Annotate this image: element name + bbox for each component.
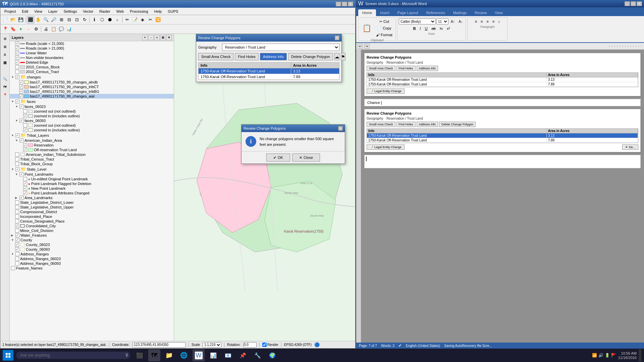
find-holes-button[interactable]: Find Holes: [235, 53, 259, 60]
tab-insert[interactable]: Insert: [376, 9, 393, 16]
panel-2-close-btn[interactable]: ✕ De...: [622, 144, 638, 150]
close-button[interactable]: ✕: [348, 2, 353, 6]
layer-group-state[interactable]: ▼ 📁 State_Level: [10, 166, 174, 172]
layer-item[interactable]: bas17_49901171750_99_changes_tribBG: [10, 89, 174, 94]
layer-checkbox[interactable]: [19, 89, 23, 94]
font-family-select[interactable]: Calibri (Body): [399, 18, 436, 24]
layer-checkbox[interactable]: [19, 85, 23, 89]
layer-item[interactable]: American_Indian_Tribal_Subdivision: [10, 152, 174, 157]
task-view-button[interactable]: ⬛: [133, 349, 146, 361]
expand-icon[interactable]: ▼: [11, 75, 14, 79]
sidebar-btn-1[interactable]: ⊞: [2, 35, 8, 42]
layer-checkbox[interactable]: [23, 143, 27, 147]
layer-item[interactable]: Congressional_District: [10, 209, 174, 214]
layer-checkbox[interactable]: [15, 46, 19, 50]
layer-item[interactable]: Address_Ranges_06023: [10, 256, 174, 261]
layer-item[interactable]: ● Point Landmark Flagged for Deletion: [10, 181, 174, 186]
layer-item-selected[interactable]: bas17_49901171750_99_changes_aial: [10, 94, 174, 99]
layer-item[interactable]: Minor_Civil_Division: [10, 228, 174, 233]
bookmark-btn[interactable]: 🔖: [9, 25, 17, 33]
menu-settings[interactable]: Settings: [61, 9, 79, 14]
edit-btn[interactable]: 📝: [131, 16, 139, 23]
menu-gups[interactable]: GUPS: [165, 9, 181, 14]
layer-group-tribal[interactable]: ▼ 📁 Tribal_Layers: [10, 132, 174, 138]
underline-button[interactable]: U: [423, 25, 429, 32]
menu-raster[interactable]: Raster: [97, 9, 113, 14]
layer-item[interactable]: ▼ American_Indian_Area: [10, 138, 174, 143]
ok-button[interactable]: ✔ OK: [266, 154, 290, 162]
digitize-btn[interactable]: ✏: [123, 16, 131, 23]
menu-help[interactable]: Help: [152, 9, 165, 14]
tab-page-layout[interactable]: Page Layout: [393, 9, 422, 16]
line-spacing-btn[interactable]: ↕: [496, 18, 502, 24]
expand-icon[interactable]: ▼: [11, 238, 14, 242]
copy-button[interactable]: 📄 Copy: [374, 25, 394, 32]
taskbar-app-misc3[interactable]: 📌: [237, 349, 249, 361]
panel-1-small-area-btn[interactable]: Small Area Check: [367, 66, 395, 71]
expand-icon[interactable]: ▶: [11, 234, 14, 237]
atlas-btn[interactable]: 📋: [50, 25, 57, 33]
layer-checkbox[interactable]: [23, 109, 27, 113]
word-cursor-area[interactable]: [364, 155, 641, 168]
new-project-btn[interactable]: 📄: [2, 16, 9, 23]
zoom-layer-btn[interactable]: ⊟: [65, 16, 73, 23]
layer-item[interactable]: zoomed in (includes outline): [10, 128, 174, 132]
layer-group-water[interactable]: ▶ Water_Features: [10, 233, 174, 238]
layer-item[interactable]: zoomed out (not outlined): [10, 123, 174, 128]
layer-checkbox[interactable]: [15, 42, 19, 46]
layer-checkbox[interactable]: [19, 196, 23, 200]
zoom-out-btn[interactable]: 🔎: [50, 16, 57, 23]
layer-checkbox[interactable]: [23, 182, 27, 186]
taskbar-app-misc1[interactable]: 📊: [207, 349, 219, 361]
refresh-btn[interactable]: ↻: [81, 16, 88, 23]
pan-btn[interactable]: ✋: [35, 16, 42, 23]
layer-item[interactable]: bas17_49901171750_99_changes_tribCT: [10, 84, 174, 89]
layer-checkbox[interactable]: [11, 266, 15, 270]
layer-checkbox[interactable]: [15, 162, 19, 166]
identify-btn[interactable]: ⬛: [27, 16, 34, 23]
sidebar-btn-5[interactable]: 🔍: [2, 75, 8, 82]
layer-checkbox[interactable]: [23, 128, 27, 132]
expand-icon[interactable]: ▼: [11, 100, 14, 103]
sidebar-btn-6[interactable]: 🗺: [2, 83, 8, 90]
layer-group-county[interactable]: ▼ County: [10, 238, 174, 242]
layer-item[interactable]: Linear Water: [10, 51, 174, 55]
flag-icon-button[interactable]: ⚑: [341, 53, 345, 60]
delete-btn[interactable]: ✂: [147, 16, 154, 23]
layer-item[interactable]: ▶ Area_Landmarks: [10, 195, 174, 200]
render-checkbox[interactable]: [262, 343, 267, 347]
layer-checkbox[interactable]: [15, 153, 19, 157]
layer-item[interactable]: ▼ Point_Landmarks: [10, 172, 174, 177]
layer-item[interactable]: Deleted Edge: [10, 60, 174, 65]
taskbar-app-misc2[interactable]: 📧: [222, 349, 234, 361]
layer-checkbox[interactable]: [15, 60, 19, 64]
small-area-check-button[interactable]: Small Area Check: [198, 53, 233, 60]
word-maximize-btn[interactable]: □: [631, 1, 636, 6]
panel-2-address-info-btn[interactable]: Address Info: [417, 122, 438, 127]
layer-checkbox[interactable]: [19, 94, 23, 98]
expand-icon[interactable]: ▼: [15, 173, 18, 176]
expand-icon[interactable]: ▶: [15, 196, 18, 199]
layer-item[interactable]: Reservation: [10, 143, 174, 147]
layer-checkbox[interactable]: [23, 191, 27, 195]
split-btn[interactable]: 🔀: [154, 16, 162, 23]
word-document-area[interactable]: Review Change Polygons Geography Reserva…: [361, 50, 644, 343]
layer-item[interactable]: Address_Ranges_06093: [10, 261, 174, 266]
undo-btn[interactable]: ↩: [358, 44, 363, 49]
layer-item[interactable]: Non-visible boundaries: [10, 55, 174, 60]
layer-checkbox[interactable]: [15, 200, 19, 204]
start-button[interactable]: [3, 350, 13, 361]
align-right-btn[interactable]: ≡: [485, 18, 490, 24]
font-size-select[interactable]: 11: [436, 18, 448, 24]
panel-1-address-info-btn[interactable]: Address Info: [417, 66, 438, 71]
layer-checkbox[interactable]: [19, 138, 23, 142]
layer-item[interactable]: State_Legislative_District_Upper: [10, 205, 174, 209]
layer-checkbox[interactable]: [15, 100, 19, 104]
layer-checkbox[interactable]: [15, 219, 19, 223]
menu-vector[interactable]: Vector: [80, 9, 96, 14]
expand-icon[interactable]: ▼: [11, 252, 14, 256]
layer-checkbox[interactable]: [15, 252, 19, 256]
zoom-full-btn[interactable]: ⊞: [58, 16, 65, 23]
map-area[interactable]: Indian Creek Rd Indian Creek Rd Karuk Re…: [174, 34, 355, 341]
layer-item[interactable]: Incorporated_Place: [10, 214, 174, 219]
